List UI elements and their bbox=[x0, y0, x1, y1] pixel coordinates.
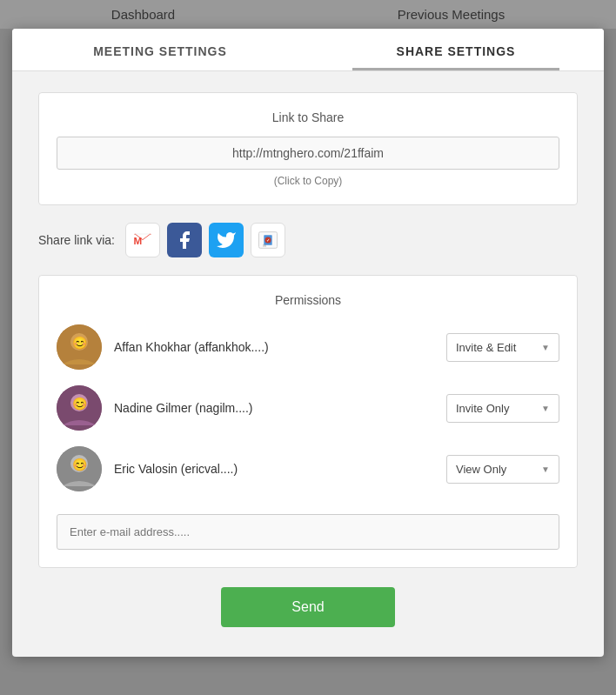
permission-btn-2[interactable]: Invite Only ▼ bbox=[446, 394, 559, 423]
user-name-2: Nadine Gilmer (nagilm....) bbox=[114, 401, 434, 415]
user-name-3: Eric Valosin (ericval....) bbox=[114, 462, 434, 476]
user-row-3: 😊 Eric Valosin (ericval....) View Only ▼ bbox=[57, 446, 559, 491]
dropdown-arrow-3: ▼ bbox=[541, 464, 550, 474]
link-input[interactable]: http://mtnghero.com/21ffaim bbox=[57, 137, 559, 170]
permissions-title: Permissions bbox=[57, 293, 559, 307]
svg-text:✉: ✉ bbox=[263, 244, 266, 248]
avatar-3: 😊 bbox=[57, 446, 102, 491]
permission-btn-1[interactable]: Invite & Edit ▼ bbox=[446, 333, 559, 362]
share-label: Share link via: bbox=[38, 233, 115, 247]
permission-label-3: View Only bbox=[456, 463, 506, 476]
previous-meetings-link[interactable]: Previous Meetings bbox=[398, 7, 505, 22]
svg-text:✓: ✓ bbox=[266, 238, 270, 243]
permissions-section: Permissions 😊 Affan Khokhar (affankhok..… bbox=[38, 275, 578, 568]
share-row: Share link via: M bbox=[38, 223, 578, 257]
top-bar: Dashboard Previous Meetings bbox=[0, 0, 616, 29]
tab-meeting-settings[interactable]: MEETING SETTINGS bbox=[12, 29, 308, 70]
share-icons: M bbox=[125, 223, 285, 257]
svg-text:😊: 😊 bbox=[72, 458, 88, 472]
user-row-1: 😊 Affan Khokhar (affankhok....) Invite &… bbox=[57, 324, 559, 370]
facebook-icon[interactable] bbox=[167, 223, 202, 257]
user-name-1: Affan Khokhar (affankhok....) bbox=[114, 340, 434, 354]
dropdown-arrow-1: ▼ bbox=[541, 343, 550, 352]
avatar-2: 😊 bbox=[57, 385, 102, 431]
twitter-icon[interactable] bbox=[209, 223, 244, 257]
link-label: Link to Share bbox=[57, 110, 559, 124]
svg-text:M: M bbox=[133, 235, 142, 246]
mail-icon[interactable]: ✉ ✓ bbox=[251, 223, 285, 257]
permission-label-1: Invite & Edit bbox=[456, 341, 516, 354]
tab-share-settings[interactable]: SHARE SETTINGS bbox=[308, 29, 604, 70]
click-to-copy[interactable]: (Click to Copy) bbox=[57, 175, 559, 187]
user-row-2: 😊 Nadine Gilmer (nagilm....) Invite Only… bbox=[57, 385, 559, 431]
send-button[interactable]: Send bbox=[221, 587, 395, 627]
email-input[interactable] bbox=[57, 514, 559, 550]
permission-btn-3[interactable]: View Only ▼ bbox=[446, 455, 559, 484]
svg-text:😊: 😊 bbox=[72, 397, 88, 411]
modal-body: Link to Share http://mtnghero.com/21ffai… bbox=[12, 71, 604, 657]
tabs: MEETING SETTINGS SHARE SETTINGS bbox=[12, 29, 604, 71]
modal: MEETING SETTINGS SHARE SETTINGS Link to … bbox=[12, 29, 604, 657]
gmail-icon[interactable]: M bbox=[125, 223, 160, 257]
avatar-1: 😊 bbox=[57, 324, 102, 370]
dropdown-arrow-2: ▼ bbox=[541, 404, 550, 413]
dashboard-link[interactable]: Dashboard bbox=[111, 7, 175, 22]
svg-text:😊: 😊 bbox=[72, 336, 88, 351]
permission-label-2: Invite Only bbox=[456, 402, 509, 415]
link-section: Link to Share http://mtnghero.com/21ffai… bbox=[38, 92, 578, 205]
